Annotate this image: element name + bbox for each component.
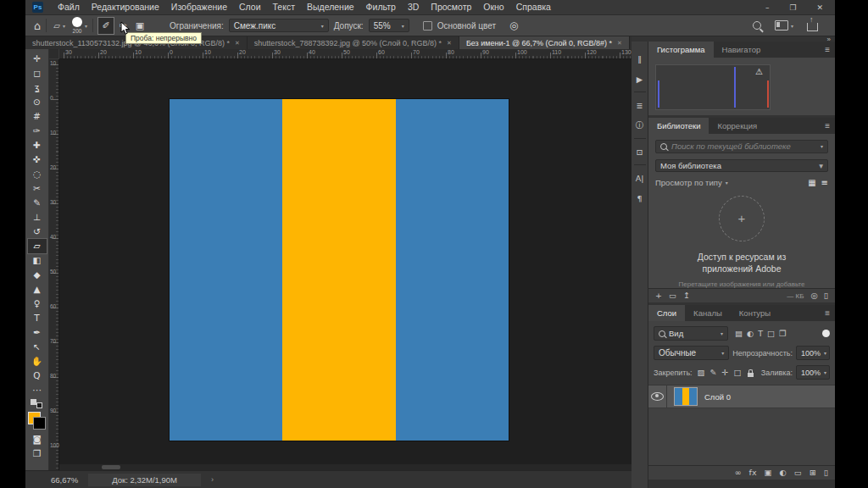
- spot-healing-brush-tool[interactable]: ✚: [28, 138, 47, 152]
- sharpen-tool[interactable]: ▲: [28, 282, 47, 297]
- menu-item[interactable]: Выделение: [301, 0, 360, 14]
- quick-selection-tool[interactable]: ⊙: [28, 95, 47, 109]
- history-brush-tool[interactable]: ↺: [28, 225, 47, 239]
- move-tool[interactable]: ✛: [28, 52, 47, 66]
- hand-tool[interactable]: ✋: [28, 354, 47, 369]
- layer-thumbnail[interactable]: [674, 387, 698, 406]
- filter-kind-select[interactable]: Вид ▾: [654, 326, 728, 341]
- library-select[interactable]: Моя библиотека ▾: [655, 159, 828, 172]
- gradient-tool[interactable]: ◧: [28, 253, 47, 268]
- patch-tool[interactable]: ◌: [28, 167, 47, 181]
- pen-tool[interactable]: ✒: [28, 325, 47, 340]
- zoom-tool[interactable]: Q: [28, 369, 47, 383]
- blend-mode-select[interactable]: Обычные ▾: [654, 346, 729, 360]
- brush-size-control[interactable]: 200 ▾: [72, 17, 87, 34]
- lasso-tool[interactable]: ʓ: [28, 80, 47, 95]
- canvas-area[interactable]: 3020100102030405060708090100110120130 10…: [49, 49, 632, 470]
- link-layers-icon[interactable]: ∞: [735, 469, 742, 477]
- character-panel-icon[interactable]: A|: [632, 168, 648, 188]
- delete-layer-icon[interactable]: ▯: [824, 469, 828, 477]
- actions-panel-icon[interactable]: ▶: [632, 69, 648, 89]
- tolerance-select[interactable]: 55% ▾: [369, 19, 409, 32]
- brush-settings-panel-icon[interactable]: ‖: [632, 48, 648, 69]
- lock-transparency-icon[interactable]: ▨: [698, 369, 705, 377]
- panel-tab[interactable]: Библиотеки: [648, 118, 709, 134]
- type-tool[interactable]: T: [28, 311, 47, 325]
- menu-item[interactable]: Редактирование: [86, 0, 165, 14]
- screen-mode-button[interactable]: ❐: [28, 446, 47, 461]
- layer-mask-icon[interactable]: ▣: [765, 469, 772, 477]
- close-icon[interactable]: ✕: [816, 3, 823, 12]
- panel-tab[interactable]: Навигатор: [714, 42, 770, 58]
- lock-artboard-icon[interactable]: □: [734, 369, 742, 377]
- grid-view-icon[interactable]: ▦: [808, 178, 815, 187]
- fill-select[interactable]: 100% ▾: [796, 365, 830, 380]
- collapse-panels-icon[interactable]: »: [827, 36, 831, 43]
- folder-icon[interactable]: ▭: [669, 291, 676, 300]
- search-icon[interactable]: [753, 21, 761, 30]
- menu-item[interactable]: Слои: [233, 0, 267, 14]
- menu-item[interactable]: 3D: [402, 0, 425, 14]
- layer-group-icon[interactable]: ▭: [794, 469, 802, 477]
- marquee-tool[interactable]: ◻: [28, 66, 47, 80]
- clone-stamp-tool[interactable]: ⊥: [28, 210, 47, 225]
- menu-item[interactable]: Окно: [477, 0, 509, 14]
- sync-status-icon[interactable]: ◎: [810, 291, 817, 300]
- filter-toggle[interactable]: [822, 330, 830, 337]
- paragraph-panel-icon[interactable]: ¶: [632, 188, 648, 208]
- brush-tool[interactable]: ✎: [28, 196, 47, 210]
- crop-tool[interactable]: #: [28, 109, 47, 124]
- layer-row[interactable]: Слой 0: [648, 385, 835, 408]
- panel-tab[interactable]: Каналы: [685, 305, 731, 321]
- filter-image-icon[interactable]: ▤: [735, 330, 743, 338]
- panel-tab[interactable]: Гистограмма: [648, 42, 714, 58]
- menu-item[interactable]: Справка: [510, 0, 557, 14]
- status-options-chevron[interactable]: ›: [211, 475, 214, 484]
- restore-icon[interactable]: ❐: [789, 3, 796, 12]
- tab-close-icon[interactable]: ✕: [235, 40, 240, 47]
- blur-tool[interactable]: ◆: [28, 268, 47, 282]
- background-color-swatch[interactable]: [33, 417, 46, 430]
- constraints-select[interactable]: Смеж.пикс ▾: [229, 19, 329, 32]
- tab-close-icon[interactable]: ✕: [617, 40, 622, 47]
- add-content-icon[interactable]: +: [655, 291, 662, 300]
- upload-icon[interactable]: ↥: [683, 291, 690, 300]
- panel-tab[interactable]: Коррекция: [709, 118, 765, 134]
- document-tab[interactable]: Без имени-1 @ 66,7% (Слой 0, RGB/8#) *✕: [459, 36, 630, 49]
- cached-data-warning-icon[interactable]: ⚠: [755, 67, 763, 76]
- current-tool-button[interactable]: ▱ ▾: [52, 20, 67, 31]
- lock-all-icon[interactable]: [747, 368, 754, 377]
- adjustment-layer-icon[interactable]: ◐: [780, 469, 787, 477]
- healing-brush-tool[interactable]: ✜: [28, 152, 47, 167]
- new-layer-icon[interactable]: ⊞: [810, 469, 816, 477]
- swap-colors-icon[interactable]: [31, 399, 44, 408]
- panel-tab[interactable]: Контуры: [731, 305, 779, 321]
- path-selection-tool[interactable]: ↖: [28, 340, 47, 354]
- add-assets-circle[interactable]: +: [719, 196, 765, 241]
- layer-effects-icon[interactable]: fx: [749, 469, 757, 477]
- list-view-icon[interactable]: ≡: [821, 178, 828, 187]
- share-icon[interactable]: [807, 23, 818, 31]
- zoom-level-field[interactable]: 66,67%: [51, 475, 78, 485]
- sampling-continuous-button[interactable]: ✐: [98, 18, 114, 34]
- filter-adjustment-icon[interactable]: ◐: [747, 330, 754, 338]
- view-by-label[interactable]: Просмотр по типу: [655, 178, 722, 187]
- properties-panel-icon[interactable]: ≣: [632, 95, 648, 115]
- menu-item[interactable]: Фильтр: [360, 0, 402, 14]
- lock-position-icon[interactable]: ✛: [722, 369, 729, 377]
- workspace-switcher[interactable]: ▾: [775, 20, 793, 30]
- menu-item[interactable]: Файл: [52, 0, 86, 14]
- menu-item[interactable]: Просмотр: [425, 0, 477, 14]
- tab-close-icon[interactable]: ✕: [447, 40, 452, 47]
- library-drop-zone[interactable]: + Доступ к ресурсам из приложений Adobe …: [648, 187, 835, 288]
- home-icon[interactable]: ⌂: [34, 19, 41, 32]
- delete-item-icon[interactable]: ▯: [824, 291, 828, 300]
- document-tab[interactable]: shutterstock_788738392.jpg @ 50% (Слой 0…: [248, 36, 459, 49]
- protect-foreground-checkbox[interactable]: [423, 21, 432, 30]
- clone-source-panel-icon[interactable]: ⊡: [632, 141, 648, 162]
- menu-item[interactable]: Текст: [267, 0, 301, 14]
- background-eraser-tool[interactable]: ▱: [28, 239, 47, 253]
- eyedropper-tool[interactable]: ✑: [28, 124, 47, 138]
- info-panel-icon[interactable]: ⓘ: [632, 115, 648, 136]
- filter-shape-icon[interactable]: □: [767, 330, 775, 338]
